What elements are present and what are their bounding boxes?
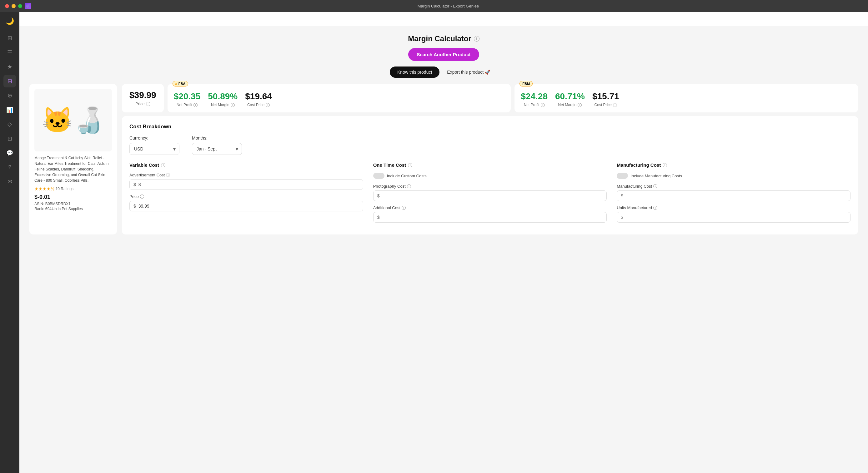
sidebar-item-chart[interactable]: 📊 [3, 104, 16, 116]
sidebar-item-star[interactable]: ★ [3, 61, 16, 73]
product-rank: Rank: 6944th in Pet Supplies [34, 207, 112, 211]
variable-cost-info-icon[interactable]: i [161, 163, 165, 167]
manufacturing-prefix: $ [621, 193, 623, 198]
fba-cost-price-info-icon[interactable]: i [266, 103, 270, 107]
ad-cost-input[interactable] [138, 182, 359, 187]
tab-know-product[interactable]: Know this product [390, 67, 439, 78]
price-input[interactable] [138, 204, 359, 208]
fba-net-margin-label: Net Margin i [211, 103, 235, 107]
fba-net-margin-info-icon[interactable]: i [231, 103, 235, 107]
sidebar-item-calculator[interactable]: ⊟ [3, 75, 16, 88]
fba-net-profit-info-icon[interactable]: i [193, 103, 197, 107]
fbm-net-margin: 60.71% Net Margin i [555, 92, 585, 107]
fbm-net-margin-info-icon[interactable]: i [578, 103, 582, 107]
one-time-cost-column: One Time Cost i Include Custom Costs P [373, 162, 607, 227]
manufacturing-input[interactable] [626, 193, 846, 198]
ad-cost-input-wrapper: $ [129, 179, 363, 190]
close-button[interactable] [5, 4, 9, 8]
manufacturing-label: Manufacturing Cost i [617, 184, 850, 189]
topbar [20, 12, 868, 27]
titlebar: 🛒 Margin Calculator - Export Geniee [0, 0, 868, 12]
price-input-wrapper: $ [129, 201, 363, 211]
additional-cost-row: Additional Cost i $ [373, 205, 607, 223]
additional-input-wrapper: $ [373, 212, 607, 223]
manufacturing-info-icon[interactable]: i [653, 184, 657, 188]
fbm-cost-price-label: Cost Price i [594, 103, 617, 107]
price-row-info-icon[interactable]: i [140, 195, 144, 199]
product-metrics-row: 🐱🍶 Mange Treatment & Cat Itchy Skin Reli… [29, 84, 858, 234]
units-input-wrapper: $ [617, 212, 850, 223]
fbm-cost-price-value: $15.71 [592, 92, 619, 101]
manufacturing-cost-toggle[interactable] [617, 173, 628, 179]
cost-breakdown-title: Cost Breakdown [129, 124, 850, 130]
main-content: Margin Calculator i Search Another Produ… [20, 12, 868, 473]
photography-input-wrapper: $ [373, 191, 607, 201]
sidebar-item-box[interactable]: ⊡ [3, 132, 16, 145]
sidebar-item-chat[interactable]: 💬 [3, 147, 16, 159]
fbm-net-profit: $24.28 Net Profit i [521, 92, 548, 107]
sidebar-item-message[interactable]: ✉ [3, 175, 16, 188]
manufacturing-cost-info-icon[interactable]: i [663, 163, 667, 167]
currency-select-wrapper: USD EUR GBP [129, 143, 179, 155]
manufacturing-toggle-label: Include Manufacturing Costs [630, 174, 682, 178]
price-input-prefix: $ [133, 204, 136, 208]
fbm-badge: FBM [520, 81, 533, 87]
fbm-cost-price-info-icon[interactable]: i [613, 103, 617, 107]
sidebar: 🌙 ⊞ ☰ ★ ⊟ ⊕ 📊 ◇ ⊡ 💬 ? [0, 12, 20, 473]
page-content: Margin Calculator i Search Another Produ… [20, 27, 868, 473]
metrics-area: $39.99 Price i a FBA [122, 84, 858, 234]
dashboard-icon: ⊞ [7, 35, 12, 41]
fba-metrics: $20.35 Net Profit i 50.89% Net [174, 92, 505, 107]
fba-net-profit-label: Net Profit i [177, 103, 197, 107]
sidebar-item-dashboard[interactable]: ⊞ [3, 32, 16, 44]
diamond-icon: ◇ [7, 121, 12, 128]
chart-icon: 📊 [6, 106, 13, 113]
currency-filter-group: Currency: USD EUR GBP [129, 135, 179, 155]
units-manufactured-info-icon[interactable]: i [653, 206, 657, 210]
months-select-wrapper: Jan - Sept Oct - Dec All Year [192, 143, 242, 155]
fbm-net-profit-info-icon[interactable]: i [541, 103, 545, 107]
star-rating: ★★★★½ 10 Ratings [34, 187, 112, 191]
search-another-product-button[interactable]: Search Another Product [408, 48, 479, 61]
units-input[interactable] [626, 215, 846, 220]
one-time-toggle-row: Include Custom Costs [373, 173, 607, 179]
ad-cost-info-icon[interactable]: i [166, 173, 170, 177]
months-filter-group: Months: Jan - Sept Oct - Dec All Year [192, 135, 242, 155]
sidebar-item-list[interactable]: ☰ [3, 46, 16, 59]
currency-select[interactable]: USD EUR GBP [129, 143, 179, 155]
tab-row: Know this product Export this product 🚀 [29, 67, 858, 78]
sidebar-item-question[interactable]: ? [3, 161, 16, 174]
units-prefix: $ [621, 215, 623, 220]
title-info-icon[interactable]: i [474, 36, 479, 41]
one-time-cost-info-icon[interactable]: i [408, 163, 412, 167]
fba-net-margin: 50.89% Net Margin i [208, 92, 238, 107]
one-time-cost-toggle[interactable] [373, 173, 384, 179]
currency-label: Currency: [129, 135, 179, 140]
photography-cost-label: Photography Cost i [373, 184, 607, 189]
additional-input[interactable] [382, 215, 602, 220]
fba-net-profit: $20.35 Net Profit i [174, 92, 201, 107]
minimize-button[interactable] [11, 4, 16, 8]
fbm-net-margin-value: 60.71% [555, 92, 585, 101]
ad-cost-row: Advertisement Cost i $ [129, 173, 363, 190]
photography-prefix: $ [377, 193, 380, 198]
manufacturing-cost-title: Manufacturing Cost i [617, 162, 850, 168]
product-image-area: 🐱🍶 [34, 89, 112, 151]
variable-cost-title: Variable Cost i [129, 162, 363, 168]
star-icon: ★ [7, 63, 12, 70]
fba-badge: a FBA [173, 81, 188, 87]
box-icon: ⊡ [7, 135, 12, 142]
additional-cost-info-icon[interactable]: i [402, 206, 406, 210]
message-icon: ✉ [7, 178, 12, 185]
units-manufactured-row: Units Manufactured i $ [617, 205, 850, 223]
fba-cost-price: $19.64 Cost Price i [245, 92, 272, 107]
maximize-button[interactable] [18, 4, 22, 8]
price-info-icon[interactable]: i [146, 102, 150, 106]
sidebar-item-plus[interactable]: ⊕ [3, 89, 16, 102]
fba-net-profit-value: $20.35 [174, 92, 201, 101]
months-select[interactable]: Jan - Sept Oct - Dec All Year [192, 143, 242, 155]
sidebar-item-diamond[interactable]: ◇ [3, 118, 16, 131]
tab-export-product[interactable]: Export this product 🚀 [439, 67, 498, 78]
photography-info-icon[interactable]: i [407, 184, 411, 188]
photography-input[interactable] [382, 193, 602, 198]
